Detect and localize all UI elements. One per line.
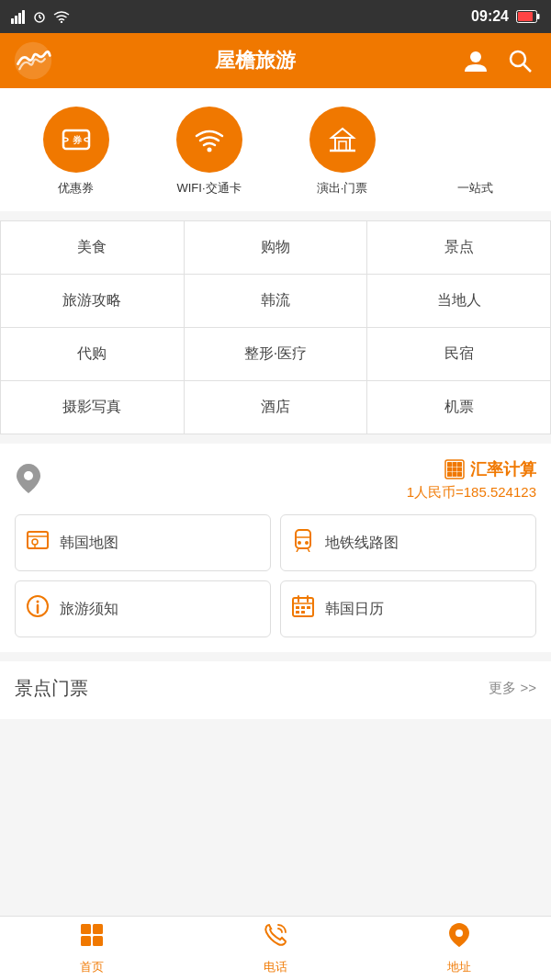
exchange-rate-box[interactable]: 汇率计算 1人民币=185.524123 [407, 458, 536, 501]
svg-line-39 [297, 548, 298, 552]
nav-phone-label: 电话 [264, 959, 287, 975]
exchange-rate-title-text: 汇率计算 [470, 458, 536, 480]
svg-rect-32 [457, 472, 462, 477]
header-title: 屋檐旅游 [55, 47, 455, 74]
svg-rect-29 [457, 467, 462, 472]
svg-rect-3 [22, 10, 25, 24]
app-header: 屋檐旅游 [0, 33, 551, 88]
phone-icon [262, 921, 289, 955]
map-icon [25, 528, 51, 558]
category-gouwu[interactable]: 购物 [185, 221, 368, 274]
nav-phone[interactable]: 电话 [184, 921, 367, 975]
train-icon [290, 528, 316, 558]
svg-rect-54 [93, 924, 103, 934]
coupon-circle: 券 [43, 107, 109, 173]
onestop-label: 一站式 [457, 180, 493, 197]
nav-address[interactable]: 地址 [367, 921, 551, 975]
nav-home-label: 首页 [80, 959, 104, 975]
svg-rect-28 [453, 467, 457, 472]
svg-point-37 [298, 541, 301, 545]
svg-rect-52 [301, 611, 305, 614]
svg-rect-56 [93, 936, 103, 946]
wifi-icon-item[interactable]: WIFI·交通卡 [176, 107, 242, 197]
category-row-3: 代购 整形·医疗 民宿 [1, 328, 550, 381]
subway-map-label: 地铁线路图 [325, 534, 399, 553]
svg-line-14 [523, 64, 531, 72]
svg-rect-49 [301, 606, 305, 609]
coupon-label: 优惠券 [58, 180, 94, 197]
svg-rect-30 [447, 472, 452, 477]
category-daigou[interactable]: 代购 [1, 328, 185, 380]
category-jipiao[interactable]: 机票 [367, 381, 550, 434]
address-icon [445, 921, 473, 955]
tools-top-row: 汇率计算 1人民币=185.524123 [15, 458, 536, 501]
korea-map-label: 韩国地图 [60, 534, 118, 553]
svg-rect-35 [296, 530, 310, 548]
svg-rect-24 [447, 462, 452, 467]
status-bar-left [11, 9, 70, 24]
svg-point-57 [455, 929, 463, 937]
category-jingdian[interactable]: 景点 [367, 221, 550, 274]
svg-line-6 [39, 17, 41, 18]
korea-calendar-button[interactable]: 韩国日历 [280, 580, 536, 637]
svg-text:券: 券 [72, 135, 83, 145]
svg-point-12 [470, 51, 481, 62]
profile-button[interactable] [455, 40, 496, 81]
svg-line-40 [308, 548, 309, 552]
nav-address-label: 地址 [447, 959, 471, 975]
category-lvyougonglue[interactable]: 旅游攻略 [1, 275, 185, 327]
attractions-header: 景点门票 更多 >> [15, 676, 536, 701]
svg-rect-27 [447, 467, 452, 472]
category-zhengxing[interactable]: 整形·医疗 [185, 328, 368, 380]
exchange-rate-value: 1人民币=185.524123 [407, 484, 536, 501]
home-icon [78, 921, 106, 955]
category-hanliu[interactable]: 韩流 [185, 275, 368, 327]
search-button[interactable] [500, 40, 540, 81]
travel-notice-button[interactable]: 旅游须知 [15, 580, 271, 637]
app-logo [11, 39, 55, 83]
svg-marker-18 [332, 129, 354, 138]
quick-icons-section: 券 优惠券 WIFI·交通卡 演出·门票 [0, 88, 551, 211]
svg-rect-48 [296, 606, 299, 609]
coupon-icon-item[interactable]: 券 优惠券 [43, 107, 109, 197]
wifi-circle [176, 107, 242, 173]
onestop-icon-item[interactable]: 1 一站式 [443, 107, 509, 197]
subway-map-button[interactable]: 地铁线路图 [280, 514, 536, 571]
svg-rect-55 [81, 936, 91, 946]
category-meishi[interactable]: 美食 [1, 221, 185, 274]
travel-notice-label: 旅游须知 [60, 600, 118, 619]
category-grid: 美食 购物 景点 旅游攻略 韩流 当地人 代购 整形·医疗 民宿 摄影写真 酒店… [0, 220, 551, 434]
show-icon-item[interactable]: 演出·门票 [309, 107, 376, 197]
svg-rect-20 [339, 141, 346, 151]
svg-point-17 [207, 148, 211, 152]
category-dangdiren[interactable]: 当地人 [367, 275, 550, 327]
svg-rect-0 [11, 18, 14, 24]
status-bar: 09:24 [0, 0, 551, 33]
signal-icon [11, 9, 26, 24]
info-icon [25, 594, 51, 624]
bottom-nav: 首页 电话 地址 [0, 916, 551, 980]
calculator-icon [444, 459, 465, 479]
onestop-circle: 1 [443, 107, 509, 173]
korea-map-button[interactable]: 韩国地图 [15, 514, 271, 571]
category-row-4: 摄影写真 酒店 机票 [1, 381, 550, 434]
category-sheying[interactable]: 摄影写真 [1, 381, 185, 434]
category-row-1: 美食 购物 景点 [1, 221, 550, 275]
location-icon [15, 458, 42, 495]
svg-rect-10 [537, 14, 540, 19]
header-actions [455, 40, 540, 81]
attractions-more-link[interactable]: 更多 >> [489, 680, 536, 697]
show-circle [309, 107, 376, 173]
calendar-icon [290, 594, 316, 624]
svg-point-7 [61, 21, 62, 23]
svg-rect-1 [15, 16, 17, 24]
category-jiudian[interactable]: 酒店 [185, 381, 368, 434]
battery-icon [516, 10, 540, 23]
tools-buttons-grid: 韩国地图 地铁线路图 [15, 514, 536, 637]
nav-home[interactable]: 首页 [0, 921, 184, 975]
show-label: 演出·门票 [317, 180, 368, 197]
wifi-icon-status [53, 10, 70, 23]
category-minsu[interactable]: 民宿 [367, 328, 550, 380]
category-row-2: 旅游攻略 韩流 当地人 [1, 275, 550, 328]
korea-calendar-label: 韩国日历 [325, 600, 384, 619]
